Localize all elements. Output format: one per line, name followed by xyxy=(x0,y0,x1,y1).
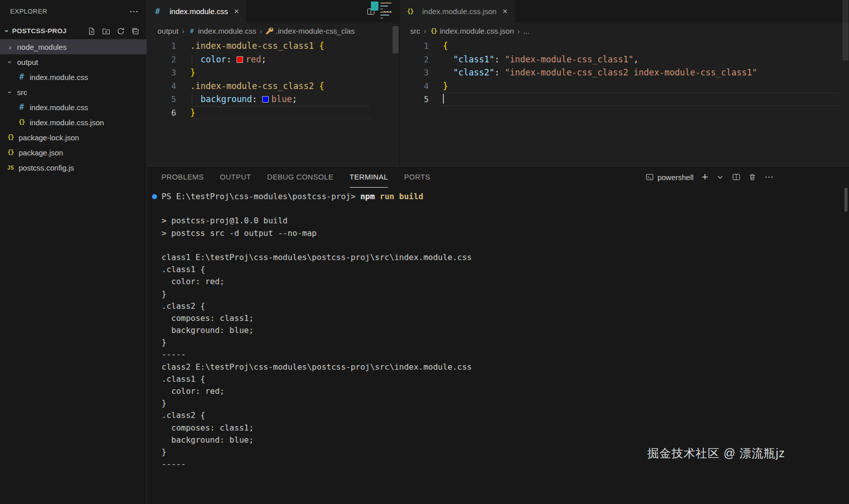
tree-item-index.module.css.json[interactable]: {}index.module.css.json xyxy=(0,115,146,130)
shell-selector[interactable]: powershell xyxy=(646,173,693,182)
code-token xyxy=(231,54,237,64)
terminal-scrollbar[interactable] xyxy=(844,188,847,212)
editor-scrollbar[interactable] xyxy=(392,0,399,127)
code-text: } xyxy=(190,108,195,118)
tabbar-right: {} index.module.css.json × xyxy=(400,0,849,23)
more-actions-icon[interactable]: ⋯ xyxy=(764,172,774,183)
terminal-line: class1 E:\testProj\css-modules\postcss-p… xyxy=(162,251,849,264)
code-token: .index-module-css_class1 xyxy=(190,41,314,51)
code-token: : xyxy=(494,54,499,64)
tab-index-module-css-json[interactable]: {} index.module.css.json × xyxy=(400,0,514,23)
breadcrumb-item[interactable]: ... xyxy=(523,27,530,35)
editor-group-right: {} index.module.css.json × src›{}index.m… xyxy=(399,0,849,166)
code-editor-css[interactable]: 1.index-module-css_class1 {2 color: red;… xyxy=(147,39,399,166)
code-text: { xyxy=(443,41,448,51)
refresh-icon[interactable] xyxy=(116,27,125,35)
code-token xyxy=(443,54,453,64)
terminal-text: PS E:\testProj\css-modules\postcss-proj> xyxy=(162,192,355,201)
panel-tab-problems[interactable]: PROBLEMS xyxy=(162,166,204,188)
code-token: } xyxy=(190,67,195,77)
breadcrumb-item[interactable]: #index.module.css xyxy=(188,27,256,35)
panel-header: PROBLEMSOUTPUTDEBUG CONSOLETERMINALPORTS… xyxy=(147,166,849,188)
more-actions-icon[interactable]: ⋯ xyxy=(129,6,138,17)
color-swatch[interactable] xyxy=(237,56,243,63)
explorer-header: EXPLORER ⋯ xyxy=(0,0,146,23)
terminal[interactable]: PS E:\testProj\css-modules\postcss-proj>… xyxy=(147,188,849,470)
terminal-text: class1 E:\testProj\css-modules\postcss-p… xyxy=(162,253,472,262)
watermark: 掘金技术社区 @ 漂流瓶jz xyxy=(647,446,785,461)
tree-item-src[interactable]: ›src xyxy=(0,85,146,100)
file-tree: ›node_modules›output#index.module.css›sr… xyxy=(0,39,146,175)
terminal-text: background: blue; xyxy=(162,435,254,445)
code-token: "class2" xyxy=(453,67,494,77)
split-terminal-icon[interactable] xyxy=(732,173,740,181)
breadcrumb-item[interactable]: {}index.module.css.json xyxy=(430,27,514,35)
minimap[interactable] xyxy=(371,0,391,86)
code-token xyxy=(190,54,200,64)
color-swatch[interactable] xyxy=(262,96,269,103)
line-number: 1 xyxy=(400,40,429,53)
terminal-text xyxy=(355,192,360,201)
new-file-icon[interactable] xyxy=(87,27,96,35)
terminal-text: run build xyxy=(375,192,423,201)
terminal-line: composes: class1; xyxy=(162,422,849,434)
breadcrumb-label: .index-module-css_clas xyxy=(276,27,355,35)
terminal-text: } xyxy=(162,447,167,457)
tree-item-node_modules[interactable]: ›node_modules xyxy=(0,39,146,54)
editor-scrollbar[interactable] xyxy=(842,0,849,127)
kill-terminal-icon[interactable] xyxy=(748,173,756,181)
tree-item-label: package.json xyxy=(19,148,63,157)
json-file-icon: {} xyxy=(6,134,15,141)
new-folder-icon[interactable] xyxy=(102,27,110,35)
minimap-code-preview xyxy=(380,3,392,21)
terminal-line: color: red; xyxy=(162,385,849,397)
terminal-line: > postcss-proj@1.0.0 build xyxy=(162,215,849,227)
code-token xyxy=(500,67,505,77)
tree-item-index.module.css[interactable]: #index.module.css xyxy=(0,69,146,85)
terminal-text: .class1 { xyxy=(162,374,205,384)
code-text: } xyxy=(443,81,448,91)
tab-index-module-css[interactable]: # index.module.css × xyxy=(147,0,246,23)
panel-tab-terminal[interactable]: TERMINAL xyxy=(350,166,389,188)
code-line: 2 color: red; xyxy=(147,53,399,66)
terminal-text: ----- xyxy=(162,459,186,469)
breadcrumb-label: index.module.css xyxy=(198,27,256,35)
command-decoration-dot[interactable] xyxy=(152,194,157,199)
code-editor-json[interactable]: 1{2 "class1": "index-module-css_class1",… xyxy=(400,39,849,166)
chevron-down-icon: › xyxy=(3,27,12,35)
terminal-text: } xyxy=(162,398,167,408)
breadcrumb-item[interactable]: output xyxy=(158,27,179,35)
breadcrumb-label: output xyxy=(158,27,179,35)
close-icon[interactable]: × xyxy=(234,7,239,17)
project-section-header[interactable]: › POSTCSS-PROJ xyxy=(0,23,146,39)
tree-item-postcss.config.js[interactable]: JSpostcss.config.js xyxy=(0,160,146,175)
project-name: POSTCSS-PROJ xyxy=(12,27,66,35)
panel-tab-debug-console[interactable]: DEBUG CONSOLE xyxy=(267,166,334,188)
tree-item-package-lock.json[interactable]: {}package-lock.json xyxy=(0,130,146,145)
json-file-icon: {} xyxy=(6,149,15,156)
terminal-line xyxy=(162,203,849,215)
code-line: 2 "class1": "index-module-css_class1", xyxy=(400,53,849,66)
code-token xyxy=(257,94,262,104)
breadcrumb-separator-icon: › xyxy=(260,27,262,35)
panel-tab-ports[interactable]: PORTS xyxy=(404,166,430,188)
code-token: red xyxy=(246,54,261,64)
terminal-line: } xyxy=(162,288,849,300)
breadcrumb-item[interactable]: .index-module-css_clas xyxy=(266,27,355,35)
tree-item-label: package-lock.json xyxy=(19,133,79,142)
new-terminal-icon[interactable]: + xyxy=(702,171,708,184)
tree-item-output[interactable]: ›output xyxy=(0,54,146,69)
tree-item-package.json[interactable]: {}package.json xyxy=(0,145,146,160)
line-number: 3 xyxy=(147,66,176,80)
terminal-text: composes: class1; xyxy=(162,423,254,433)
terminal-text: .class2 { xyxy=(162,410,205,420)
close-icon[interactable]: × xyxy=(503,7,508,17)
terminal-line: .class2 { xyxy=(162,409,849,422)
tree-item-index.module.css[interactable]: #index.module.css xyxy=(0,100,146,115)
chevron-down-icon[interactable] xyxy=(716,173,724,181)
code-token xyxy=(500,54,505,64)
panel-tab-output[interactable]: OUTPUT xyxy=(220,166,251,188)
breadcrumb-label: ... xyxy=(523,27,530,35)
collapse-all-icon[interactable] xyxy=(131,27,139,35)
breadcrumb-item[interactable]: src xyxy=(410,27,420,35)
